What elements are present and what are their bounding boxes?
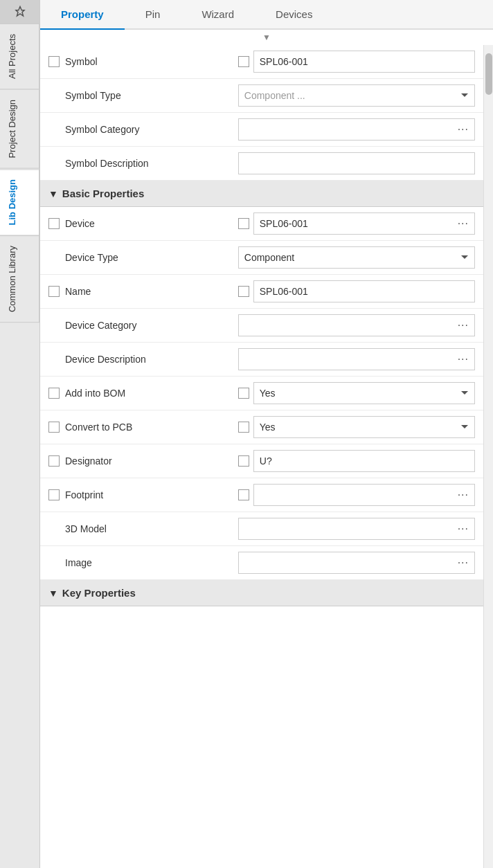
- symbol-description-label-side: Symbol Description: [48, 158, 238, 169]
- convert-to-pcb-select[interactable]: Yes No: [253, 416, 475, 438]
- designator-value-checkbox[interactable]: [238, 455, 249, 467]
- pin-icon[interactable]: [0, 0, 39, 24]
- convert-to-pcb-label: Convert to PCB: [65, 422, 132, 433]
- key-properties-arrow: ▼: [48, 588, 58, 599]
- scrollbar-thumb[interactable]: [485, 53, 492, 95]
- basic-properties-title: Basic Properties: [62, 188, 144, 199]
- key-properties-header[interactable]: ▼ Key Properties: [40, 580, 483, 606]
- symbol-category-input[interactable]: ···: [238, 118, 475, 141]
- convert-to-pcb-checkbox[interactable]: [48, 422, 60, 433]
- sidebar-item-all-projects[interactable]: All Projects: [0, 24, 39, 89]
- footprint-label-side: Footprint: [48, 489, 238, 500]
- convert-to-pcb-value-side: Yes No: [238, 416, 475, 438]
- device-category-input[interactable]: ···: [238, 314, 475, 336]
- device-label: Device: [65, 218, 95, 229]
- device-category-value-side: ···: [238, 314, 475, 336]
- 3d-model-row: 3D Model ···: [40, 512, 483, 546]
- footprint-value-side: ···: [238, 484, 475, 506]
- device-description-label-side: Device Description: [48, 354, 238, 365]
- device-type-label-side: Device Type: [48, 252, 238, 263]
- device-dots: ···: [458, 217, 469, 230]
- image-dots: ···: [458, 557, 469, 569]
- symbol-input[interactable]: [253, 51, 475, 73]
- image-input[interactable]: ···: [238, 552, 475, 574]
- image-label-side: Image: [48, 557, 238, 568]
- symbol-category-row: Symbol Category ···: [40, 113, 483, 147]
- designator-checkbox[interactable]: [48, 455, 60, 467]
- symbol-category-value-side: ···: [238, 118, 475, 141]
- device-value-side: SPL06-001 ···: [238, 213, 475, 235]
- add-into-bom-checkbox[interactable]: [48, 388, 60, 399]
- symbol-value-checkbox[interactable]: [238, 56, 249, 67]
- device-checkbox[interactable]: [48, 218, 60, 229]
- sidebar-item-project-design[interactable]: Project Design: [0, 89, 39, 169]
- name-label: Name: [65, 286, 91, 297]
- scrollbar-track[interactable]: [483, 45, 493, 868]
- 3d-model-input[interactable]: ···: [238, 518, 475, 540]
- symbol-description-label: Symbol Description: [65, 158, 149, 169]
- designator-input[interactable]: [253, 450, 475, 472]
- designator-value-side: [238, 450, 475, 472]
- symbol-type-label: Symbol Type: [65, 90, 121, 101]
- image-value-side: ···: [238, 552, 475, 574]
- designator-row: Designator: [40, 444, 483, 478]
- device-category-dots: ···: [458, 319, 469, 332]
- symbol-label: Symbol: [65, 56, 98, 67]
- name-value-side: [238, 280, 475, 302]
- add-into-bom-label: Add into BOM: [65, 388, 125, 399]
- symbol-label-side: Symbol: [48, 56, 238, 67]
- scroll-area: Symbol Symbol Type Component ...: [40, 45, 493, 868]
- main-panel: Property Pin Wizard Devices ▼ Symbol: [40, 0, 493, 868]
- device-input[interactable]: SPL06-001 ···: [253, 213, 475, 235]
- designator-label: Designator: [65, 455, 112, 467]
- basic-properties-header[interactable]: ▼ Basic Properties: [40, 181, 483, 207]
- symbol-row: Symbol: [40, 45, 483, 79]
- device-row: Device SPL06-001 ···: [40, 207, 483, 241]
- symbol-category-dots: ···: [458, 123, 469, 136]
- footprint-checkbox[interactable]: [48, 489, 60, 500]
- device-description-label: Device Description: [65, 354, 146, 365]
- designator-label-side: Designator: [48, 455, 238, 467]
- device-type-select[interactable]: Component: [238, 246, 475, 269]
- add-into-bom-select[interactable]: Yes No: [253, 382, 475, 404]
- device-description-row: Device Description ···: [40, 343, 483, 377]
- symbol-description-value-side: [238, 152, 475, 174]
- symbol-checkbox[interactable]: [48, 56, 60, 67]
- 3d-model-value-side: ···: [238, 518, 475, 540]
- tab-devices[interactable]: Devices: [255, 0, 333, 28]
- footprint-dots: ···: [458, 489, 469, 501]
- add-into-bom-value-side: Yes No: [238, 382, 475, 404]
- symbol-description-row: Symbol Description: [40, 147, 483, 181]
- convert-to-pcb-label-side: Convert to PCB: [48, 422, 238, 433]
- device-category-label: Device Category: [65, 320, 137, 331]
- footprint-input[interactable]: ···: [253, 484, 475, 506]
- sidebar-item-lib-design[interactable]: Lib Design: [0, 169, 39, 235]
- convert-to-pcb-value-checkbox[interactable]: [238, 422, 249, 433]
- top-tab-bar: Property Pin Wizard Devices: [40, 0, 493, 30]
- add-into-bom-value-checkbox[interactable]: [238, 388, 249, 399]
- 3d-model-label: 3D Model: [65, 523, 107, 534]
- symbol-category-label-side: Symbol Category: [48, 124, 238, 135]
- symbol-description-input[interactable]: [238, 152, 475, 174]
- name-checkbox[interactable]: [48, 286, 60, 297]
- footprint-label: Footprint: [65, 489, 103, 500]
- content: Symbol Symbol Type Component ...: [40, 45, 483, 868]
- symbol-value-side: [238, 51, 475, 73]
- device-value-checkbox[interactable]: [238, 218, 249, 229]
- footprint-value-checkbox[interactable]: [238, 489, 249, 500]
- sidebar-item-common-library[interactable]: Common Library: [0, 235, 39, 323]
- name-input[interactable]: [253, 280, 475, 302]
- tab-wizard[interactable]: Wizard: [181, 0, 255, 28]
- 3d-model-dots: ···: [458, 523, 469, 535]
- symbol-category-label: Symbol Category: [65, 124, 139, 135]
- device-type-row: Device Type Component: [40, 241, 483, 275]
- tab-property[interactable]: Property: [40, 0, 125, 28]
- add-into-bom-row: Add into BOM Yes No: [40, 377, 483, 410]
- tab-pin[interactable]: Pin: [125, 0, 181, 28]
- symbol-type-row: Symbol Type Component ...: [40, 79, 483, 113]
- key-properties-title: Key Properties: [62, 587, 136, 599]
- device-description-input[interactable]: ···: [238, 348, 475, 370]
- symbol-type-select[interactable]: Component ...: [238, 84, 475, 107]
- footprint-row: Footprint ···: [40, 478, 483, 512]
- name-value-checkbox[interactable]: [238, 286, 249, 297]
